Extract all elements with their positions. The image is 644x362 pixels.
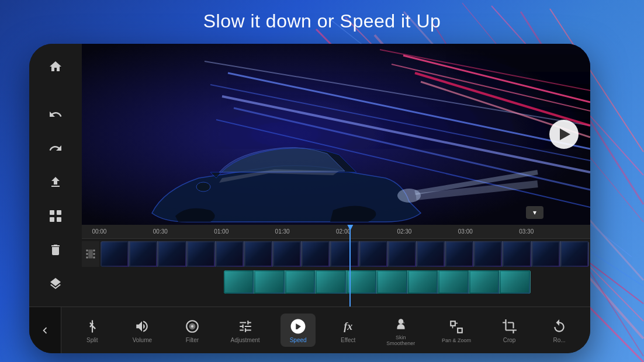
toolbar-item-split[interactable]: Split [75,314,110,347]
volume-label: Volume [133,337,152,343]
film-cell [560,241,589,267]
svg-rect-33 [86,253,88,255]
toolbar-item-rotate[interactable]: Ro... [542,314,577,347]
skin-label: SkinSmoothener [386,335,415,346]
film-cell [302,241,330,267]
ruler-mark-5: 02:30 [397,225,411,238]
film-cell [359,241,388,267]
svg-rect-34 [86,257,88,259]
play-button[interactable] [549,120,579,149]
ruler-mark-1: 00:30 [153,225,168,238]
video-area: ▾ [82,44,590,225]
film-cell [503,241,531,267]
split-label: Split [86,337,98,343]
filter-icon [183,317,202,336]
toolbar-item-volume[interactable]: Volume [124,314,160,347]
film-cell [445,241,474,267]
svg-rect-14 [50,217,54,222]
adjustment-icon [236,317,255,336]
film-cell [532,241,560,267]
film-cell [101,241,129,267]
layers-icon[interactable] [41,269,70,298]
svg-rect-35 [94,250,95,252]
ruler-marks: 00:00 00:30 01:00 01:30 02:00 02:30 03:0… [82,225,590,238]
effect-icon: fx [339,317,358,336]
film-cell [388,241,417,267]
svg-rect-45 [458,328,462,333]
delete-icon[interactable] [41,235,70,264]
toolbar-item-speed[interactable]: Speed [281,314,316,347]
sidebar [29,44,82,307]
dropdown-button[interactable]: ▾ [526,206,543,219]
ruler-mark-2: 01:00 [214,225,228,238]
svg-rect-32 [86,250,88,252]
playhead[interactable] [349,225,351,307]
speed-icon [289,317,307,336]
svg-point-42 [191,325,193,328]
toolbar-item-adjustment[interactable]: Adjustment [225,314,266,347]
volume-icon [133,317,151,336]
film-cell [273,241,302,267]
split-icon [83,317,102,336]
skin-icon [392,315,410,333]
film-cell [244,241,273,267]
film-cell [330,241,359,267]
redo-icon[interactable] [41,134,70,163]
header-title: Slow it down or Speed it Up [203,11,441,32]
speed-track[interactable] [102,270,589,294]
film-cell [158,241,186,267]
svg-point-28 [196,182,210,192]
crop-label: Crop [503,337,516,343]
video-content: ▾ [82,44,590,225]
undo-icon[interactable] [41,100,70,129]
film-cell [474,241,503,267]
video-track-container [82,239,590,269]
back-button[interactable] [29,307,61,354]
toolbar-item-filter[interactable]: Filter [175,314,210,347]
svg-point-43 [398,319,403,324]
rotate-icon [550,317,569,336]
svg-rect-13 [57,210,61,215]
pan-zoom-icon [447,318,466,336]
film-cell [417,241,445,267]
film-cell [129,241,158,267]
bottom-toolbar: Split Volume [29,307,590,353]
svg-rect-15 [57,217,61,222]
svg-rect-38 [88,250,93,259]
ruler-mark-6: 03:00 [458,225,473,238]
pan-zoom-label: Pan & Zoom [442,337,471,343]
svg-rect-37 [94,257,95,259]
svg-rect-12 [50,210,54,215]
toolbar-item-effect[interactable]: fx Effect [331,314,366,347]
toolbar-item-crop[interactable]: Crop [492,314,527,347]
ruler-mark-0: 00:00 [92,225,106,238]
header: Slow it down or Speed it Up [0,11,644,32]
speed-label: Speed [290,337,307,343]
crop-icon [500,317,519,336]
video-track[interactable] [101,241,589,267]
svg-rect-39 [92,320,93,333]
film-cell [187,241,216,267]
phone-frame: ▾ 00:00 00:30 01:00 01:30 02:00 02:30 03… [29,44,590,353]
media-icon[interactable] [41,201,70,231]
adjustment-label: Adjustment [231,337,260,343]
toolbar-item-skin[interactable]: SkinSmoothener [380,311,421,350]
speed-track-container [101,270,590,294]
home-icon[interactable] [41,52,70,81]
timeline-ruler: 00:00 00:30 01:00 01:30 02:00 02:30 03:0… [82,225,590,239]
toolbar-item-pan-zoom[interactable]: Pan & Zoom [436,314,477,347]
svg-rect-36 [94,253,95,255]
timeline-area: 00:00 00:30 01:00 01:30 02:00 02:30 03:0… [82,225,590,307]
rotate-label: Ro... [553,337,566,343]
filter-label: Filter [186,337,199,343]
effect-label: Effect [341,337,355,343]
svg-rect-44 [451,321,455,326]
export-icon[interactable] [41,168,70,197]
toolbar-items: Split Volume [61,311,590,350]
film-cell [216,241,244,267]
ruler-mark-7: 03:30 [519,225,534,238]
ruler-mark-3: 01:30 [275,225,290,238]
